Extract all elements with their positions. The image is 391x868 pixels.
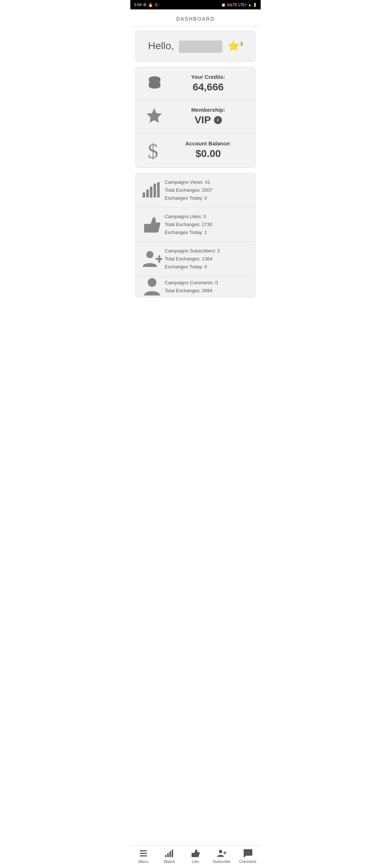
username-blurred [179, 41, 222, 53]
comment-stats-text: Campaigns Comments: 0 Total Exchanges: 3… [165, 279, 252, 295]
credits-value: 64,666 [167, 81, 249, 93]
svg-point-15 [146, 251, 154, 258]
balance-icon: $ [142, 139, 167, 161]
greeting-card: Hello, ⭐3 [135, 31, 256, 62]
info-icon[interactable]: i [214, 116, 222, 124]
watch-stats-card: Campaigns Views: 41 Total Exchanges: 250… [135, 173, 256, 207]
subscribe-stats-icon [139, 250, 165, 268]
subscribe-stats-text: Campaigns Subscribers: 2 Total Exchanges… [165, 247, 252, 271]
credits-card: Your Credits: 64,666 [135, 67, 256, 100]
main-content: Hello, ⭐3 Your Credits: 64,666 [130, 26, 261, 331]
like-stats-text: Campaigns Likes: 0 Total Exchanges: 2730… [165, 213, 252, 237]
comment-stats-card: Campaigns Comments: 0 Total Exchanges: 3… [135, 276, 256, 298]
balance-label: Account Balance: [167, 140, 249, 146]
status-time: 3:04 ⚙ 🔥 G · [134, 3, 160, 7]
membership-icon [142, 107, 167, 125]
credits-label: Your Credits: [167, 74, 249, 80]
svg-text:$: $ [148, 139, 158, 161]
svg-rect-12 [154, 184, 156, 197]
svg-rect-9 [143, 192, 145, 197]
svg-marker-7 [147, 108, 162, 123]
balance-value: $0.00 [167, 148, 249, 159]
watch-stats-icon [139, 182, 165, 199]
membership-value: VIP [194, 114, 211, 126]
balance-card: $ Account Balance: $0.00 [135, 132, 256, 168]
subscribe-stats-card: Campaigns Subscribers: 2 Total Exchanges… [135, 242, 256, 276]
like-stats-card: Campaigns Likes: 0 Total Exchanges: 2730… [135, 207, 256, 242]
svg-rect-11 [150, 187, 152, 197]
balance-info: Account Balance: $0.00 [167, 140, 249, 159]
watch-stats-text: Campaigns Views: 41 Total Exchanges: 250… [165, 178, 252, 202]
hello-label: Hello, [148, 40, 174, 51]
membership-label: Membership: [167, 107, 249, 113]
page-title: DASHBOARD [130, 9, 261, 26]
credits-info: Your Credits: 64,666 [167, 74, 249, 93]
membership-info: Membership: VIP i [167, 107, 249, 126]
status-bar: 3:04 ⚙ 🔥 G · ⏰ VoLTE LTE+ ▲ 🔋 [130, 0, 261, 9]
status-icons: ⏰ VoLTE LTE+ ▲ 🔋 [221, 3, 257, 7]
membership-card: Membership: VIP i [135, 100, 256, 132]
svg-rect-10 [146, 190, 149, 197]
rank-badge: ⭐3 [227, 40, 243, 51]
comment-stats-icon [139, 277, 165, 296]
credits-icon [142, 74, 167, 93]
svg-rect-14 [144, 224, 148, 233]
svg-point-6 [149, 84, 160, 89]
svg-rect-13 [157, 182, 160, 197]
svg-point-18 [148, 278, 156, 287]
like-stats-icon [139, 215, 165, 234]
